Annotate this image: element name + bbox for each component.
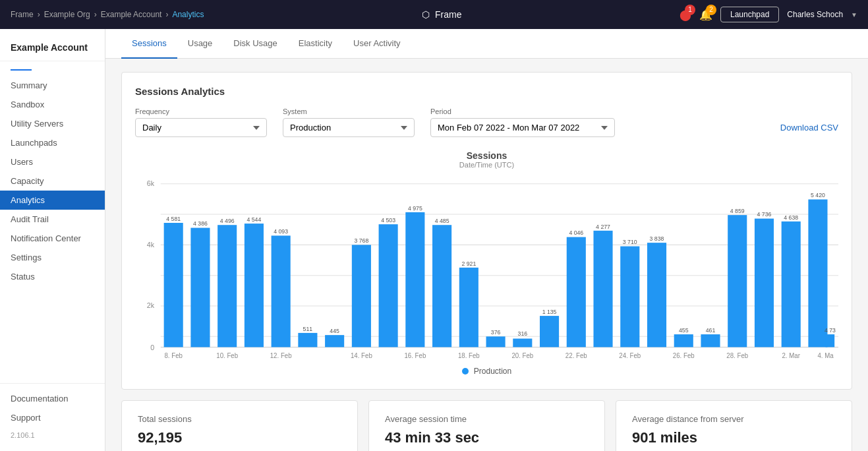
app-name: Frame (435, 9, 461, 20)
svg-text:20. Feb: 20. Feb (511, 351, 533, 359)
circle-notification[interactable]: ⬤ 1 (680, 9, 691, 21)
sidebar-item-documentation[interactable]: Documentation (0, 389, 105, 408)
sidebar-item-capacity[interactable]: Capacity (0, 171, 105, 191)
svg-rect-49 (674, 334, 693, 347)
breadcrumb-frame[interactable]: Frame (11, 10, 34, 19)
svg-text:511: 511 (303, 325, 313, 332)
svg-text:6k: 6k (147, 179, 155, 187)
notif-badge-1: 1 (685, 5, 695, 15)
svg-text:2 921: 2 921 (461, 260, 476, 267)
sidebar-item-settings[interactable]: Settings (0, 248, 105, 267)
svg-text:28. Feb: 28. Feb (726, 351, 748, 359)
svg-rect-51 (701, 334, 720, 347)
svg-text:4 638: 4 638 (784, 214, 798, 221)
sidebar-item-support[interactable]: Support (0, 408, 105, 427)
svg-text:4 975: 4 975 (408, 204, 422, 212)
svg-rect-37 (513, 339, 532, 347)
tab-usage[interactable]: Usage (177, 29, 223, 59)
user-menu[interactable]: Charles Schoch (787, 10, 843, 19)
svg-text:4 386: 4 386 (193, 220, 208, 227)
frequency-select[interactable]: Daily Hourly Weekly (135, 118, 267, 137)
bell-notification[interactable]: 🔔 2 (699, 9, 712, 21)
svg-text:3 710: 3 710 (623, 239, 637, 246)
app-logo-icon: ⬡ (422, 9, 430, 20)
frequency-control: Frequency Daily Hourly Weekly (135, 107, 267, 137)
breadcrumb-account[interactable]: Example Account (101, 10, 162, 19)
system-select[interactable]: Production Staging (283, 118, 415, 137)
breadcrumb-current: Analytics (172, 10, 204, 19)
stat-avg-session-time: Average session time 43 min 33 sec (368, 400, 605, 451)
period-label: Period (430, 107, 615, 115)
legend-label-production: Production (474, 367, 511, 376)
svg-rect-43 (593, 231, 612, 347)
svg-rect-29 (405, 212, 424, 347)
svg-rect-55 (755, 219, 774, 347)
svg-rect-17 (245, 224, 264, 347)
svg-rect-61 (826, 334, 835, 347)
sidebar-divider (11, 69, 32, 71)
stats-row: Total sessions 92,195 Average session ti… (121, 400, 852, 451)
svg-text:316: 316 (518, 330, 528, 338)
stat-avg-session-time-label: Average session time (385, 414, 589, 424)
sidebar-item-audit-trail[interactable]: Audit Trail (0, 210, 105, 229)
svg-rect-23 (325, 335, 344, 347)
svg-text:24. Feb: 24. Feb (619, 351, 641, 359)
download-csv-link[interactable]: Download CSV (780, 123, 838, 137)
svg-text:4 277: 4 277 (596, 223, 610, 230)
period-control: Period Mon Feb 07 2022 - Mon Mar 07 2022 (430, 107, 615, 137)
tab-user-activity[interactable]: User Activity (343, 29, 411, 59)
svg-text:22. Feb: 22. Feb (565, 351, 587, 359)
svg-text:4 046: 4 046 (569, 229, 583, 237)
sessions-analytics-card: Sessions Analytics Frequency Daily Hourl… (121, 72, 852, 390)
frequency-label: Frequency (135, 107, 267, 115)
svg-text:4 859: 4 859 (730, 208, 745, 215)
sidebar-item-launchpads[interactable]: Launchpads (0, 133, 105, 152)
launchpad-button[interactable]: Launchpad (720, 7, 779, 22)
sidebar-item-status[interactable]: Status (0, 267, 105, 286)
chart-container: 6k 4k 2k 0 4 581 4 386 (135, 177, 838, 361)
tab-disk-usage[interactable]: Disk Usage (223, 29, 287, 59)
svg-text:16. Feb: 16. Feb (404, 351, 426, 359)
sidebar: Example Account Summary Sandbox Utility … (0, 29, 105, 451)
svg-rect-15 (217, 225, 237, 347)
svg-text:4 581: 4 581 (166, 215, 181, 222)
svg-text:4. Ma: 4. Ma (817, 351, 834, 359)
svg-rect-53 (728, 215, 747, 347)
chart-title: Sessions (135, 150, 838, 161)
svg-rect-35 (486, 336, 506, 347)
svg-text:14. Feb: 14. Feb (351, 351, 372, 359)
svg-text:4 485: 4 485 (435, 218, 449, 225)
sidebar-item-utility-servers[interactable]: Utility Servers (0, 114, 105, 133)
svg-text:12. Feb: 12. Feb (270, 351, 292, 359)
svg-text:4 736: 4 736 (757, 211, 772, 218)
svg-text:2. Mar: 2. Mar (782, 351, 800, 359)
sidebar-item-notification-center[interactable]: Notification Center (0, 229, 105, 248)
svg-text:4k: 4k (147, 240, 155, 249)
svg-text:4 503: 4 503 (381, 217, 395, 224)
sidebar-item-sandbox[interactable]: Sandbox (0, 95, 105, 114)
svg-text:376: 376 (491, 329, 501, 336)
tab-sessions[interactable]: Sessions (121, 29, 177, 59)
sidebar-item-summary[interactable]: Summary (0, 76, 105, 95)
svg-text:4 544: 4 544 (246, 216, 261, 223)
notif-badge-2: 2 (706, 5, 716, 15)
topnav-actions: ⬤ 1 🔔 2 Launchpad Charles Schoch ▼ (680, 7, 857, 22)
svg-rect-57 (782, 222, 801, 347)
svg-rect-33 (459, 268, 478, 347)
period-select[interactable]: Mon Feb 07 2022 - Mon Mar 07 2022 (430, 118, 615, 137)
sessions-chart: 6k 4k 2k 0 4 581 4 386 (135, 177, 838, 361)
svg-text:3 768: 3 768 (354, 237, 368, 245)
sidebar-item-users[interactable]: Users (0, 152, 105, 171)
svg-rect-13 (190, 228, 210, 347)
breadcrumb-org[interactable]: Example Org (44, 10, 90, 19)
sidebar-item-analytics[interactable]: Analytics (0, 191, 105, 210)
stat-avg-distance-value: 901 miles (632, 429, 836, 446)
tab-elasticity[interactable]: Elasticity (288, 29, 343, 59)
svg-text:26. Feb: 26. Feb (673, 351, 695, 359)
user-chevron-icon: ▼ (851, 11, 857, 18)
chart-subtitle: Date/Time (UTC) (135, 161, 838, 169)
svg-rect-27 (379, 224, 398, 347)
top-navigation: Frame › Example Org › Example Account › … (0, 0, 868, 29)
svg-text:8. Feb: 8. Feb (164, 351, 183, 359)
sidebar-bottom: Documentation Support 2.106.1 (0, 383, 105, 443)
